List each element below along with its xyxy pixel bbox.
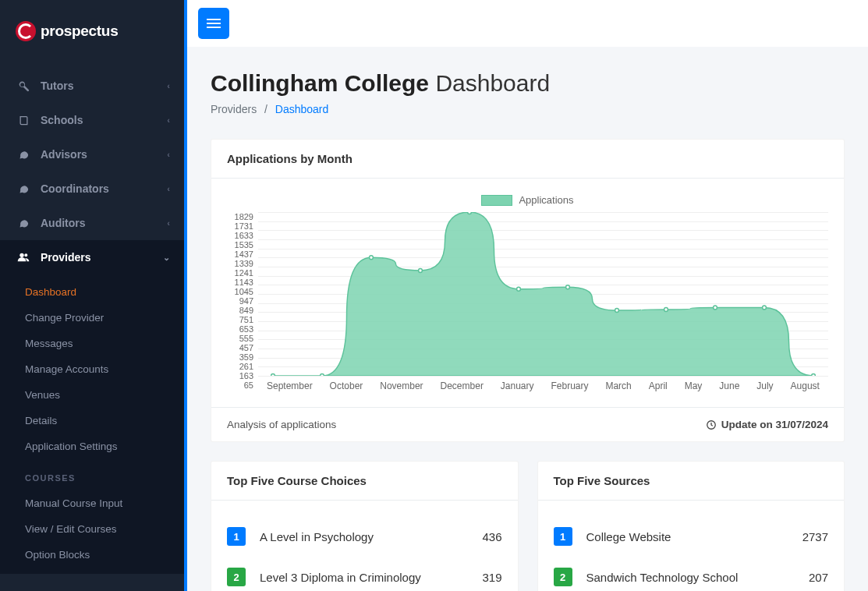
chart-legend: Applications [227, 194, 828, 206]
legend-swatch [481, 195, 512, 206]
x-tick: December [441, 380, 484, 391]
data-point [664, 307, 668, 311]
rank-badge: 1 [554, 527, 572, 546]
y-tick: 261 [239, 362, 253, 371]
chart-update-text: Update on 31/07/2024 [721, 419, 828, 430]
y-tick: 1241 [235, 268, 253, 278]
sidebar-item-label: Advisors [41, 148, 87, 161]
sidebar-item-label: Auditors [41, 217, 86, 229]
data-point [714, 306, 717, 310]
top-sources-card: Top Five Sources 1 College Website 2737 … [537, 461, 845, 591]
top-courses-body: 1 A Level in Psychology 436 2 Level 3 Di… [211, 501, 518, 591]
breadcrumb-root[interactable]: Providers [211, 103, 257, 115]
sidebar-item-schools[interactable]: Schools ‹ [0, 103, 184, 137]
data-point [517, 287, 521, 291]
y-tick: 1339 [235, 259, 253, 268]
top-sources-header: Top Five Sources [538, 462, 845, 501]
page-title-light: Dashboard [435, 70, 550, 96]
y-tick: 751 [239, 315, 253, 324]
x-tick: November [380, 380, 423, 391]
sub-item-details[interactable]: Details [0, 408, 184, 434]
y-tick: 555 [239, 334, 253, 343]
item-label: A Level in Psychology [260, 530, 482, 543]
chart-card: Applications by Month Applications 18291… [211, 139, 845, 442]
y-tick: 653 [239, 324, 253, 334]
sub-item-dashboard[interactable]: Dashboard [0, 279, 184, 305]
sub-item-messages[interactable]: Messages [0, 331, 184, 356]
data-point [615, 309, 619, 313]
y-tick: 849 [239, 306, 253, 315]
y-tick: 947 [239, 296, 253, 306]
plot: SeptemberOctoberNovemberDecemberJanuaryF… [258, 212, 828, 391]
nav: Tutors ‹ Schools ‹ Advisors ‹ Coordinato… [0, 62, 184, 574]
breadcrumb-current[interactable]: Dashboard [275, 103, 329, 115]
page-title-bold: Collingham College [211, 70, 429, 96]
users-icon [16, 251, 31, 264]
hamburger-icon [207, 16, 221, 30]
x-tick: May [685, 380, 703, 391]
chart-card-header: Applications by Month [211, 140, 844, 179]
sidebar-item-coordinators[interactable]: Coordinators ‹ [0, 172, 184, 206]
chevron-icon: ‹ [167, 184, 170, 193]
data-point [468, 212, 472, 214]
sub-item-view-edit-courses[interactable]: View / Edit Courses [0, 516, 184, 542]
data-point [321, 374, 324, 377]
x-tick: August [791, 380, 820, 391]
item-value: 2737 [802, 530, 828, 543]
sidebar: prospectus Tutors ‹ Schools ‹ Advisors ‹… [0, 0, 184, 591]
clock-icon [706, 419, 717, 430]
chevron-icon: ‹ [167, 81, 170, 90]
comment-icon [16, 218, 31, 229]
item-value: 436 [482, 530, 501, 543]
item-value: 207 [809, 571, 828, 584]
y-tick: 1045 [235, 287, 253, 296]
sidebar-item-label: Providers [41, 251, 91, 264]
logo[interactable]: prospectus [16, 21, 118, 41]
chart-card-footer: Analysis of applications Update on 31/07… [211, 407, 844, 441]
hamburger-button[interactable] [198, 8, 229, 39]
sub-nav: DashboardChange ProviderMessagesManage A… [0, 274, 184, 574]
y-tick: 1731 [235, 221, 253, 231]
sidebar-item-auditors[interactable]: Auditors ‹ [0, 206, 184, 240]
courses-heading: COURSES [0, 459, 184, 490]
list-item: 2 Sandwich Technology School 207 [554, 557, 829, 591]
sub-item-manual-course-input[interactable]: Manual Course Input [0, 490, 184, 516]
x-tick: April [649, 380, 668, 391]
topbar [187, 0, 868, 47]
sidebar-item-label: Schools [41, 114, 83, 126]
chevron-icon: ‹ [167, 218, 170, 228]
y-tick: 65 [244, 380, 253, 390]
data-point [812, 374, 816, 377]
sub-item-manage-accounts[interactable]: Manage Accounts [0, 356, 184, 382]
y-axis: 1829173116331535143713391241114310459478… [227, 212, 258, 376]
comment-icon [16, 183, 31, 195]
item-label: Level 3 Diploma in Criminology [260, 571, 482, 584]
sub-item-change-provider[interactable]: Change Provider [0, 305, 184, 331]
chevron-icon: ⌄ [163, 253, 170, 263]
item-label: College Website [586, 530, 802, 543]
x-tick: March [605, 380, 631, 391]
sidebar-item-advisors[interactable]: Advisors ‹ [0, 137, 184, 172]
logo-text: prospectus [41, 23, 118, 40]
rank-badge: 1 [227, 527, 246, 546]
chart-wrap: Applications 182917311633153514371339124… [227, 194, 828, 391]
y-tick: 457 [239, 343, 253, 352]
x-tick: September [267, 380, 313, 391]
sub-item-application-settings[interactable]: Application Settings [0, 434, 184, 459]
y-tick: 359 [239, 352, 253, 362]
rank-badge: 2 [227, 568, 246, 586]
x-tick: July [756, 380, 773, 391]
top-courses-card: Top Five Course Choices 1 A Level in Psy… [211, 461, 519, 591]
grid-line [258, 376, 828, 377]
sidebar-item-providers[interactable]: Providers ⌄ [0, 240, 184, 274]
bottom-row: Top Five Course Choices 1 A Level in Psy… [211, 461, 845, 591]
sub-item-option-blocks[interactable]: Option Blocks [0, 542, 184, 568]
data-point [370, 256, 374, 260]
list-item: 1 A Level in Psychology 436 [227, 516, 502, 557]
sub-item-venues[interactable]: Venues [0, 382, 184, 408]
sidebar-item-tutors[interactable]: Tutors ‹ [0, 69, 184, 103]
chart-card-title: Applications by Month [227, 152, 828, 165]
wrench-icon [16, 80, 31, 92]
y-tick: 1829 [235, 212, 253, 221]
breadcrumb-separator: / [264, 103, 267, 115]
